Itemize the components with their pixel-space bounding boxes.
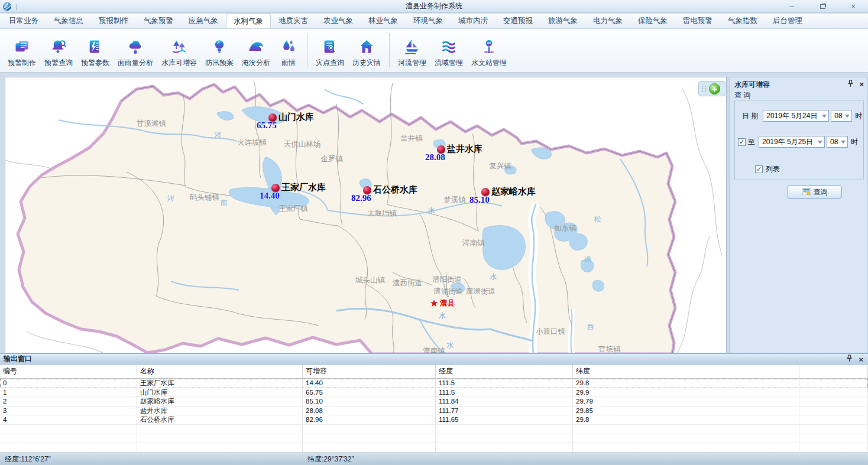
menu-tab-1[interactable]: 气象信息 — [46, 14, 91, 28]
menu-tab-9[interactable]: 环境气象 — [406, 14, 451, 28]
output-close-icon[interactable]: × — [859, 355, 863, 364]
table-row[interactable]: 2赵家峪水库85.10111.8429.79 — [0, 397, 868, 407]
table-cell: 王家厂水库 — [137, 379, 303, 388]
table-cell: 2 — [0, 397, 137, 406]
menu-tab-0[interactable]: 日常业务 — [1, 14, 46, 28]
bell-search-icon — [48, 37, 69, 56]
table-cell: 85.10 — [303, 397, 436, 406]
menu-tab-13[interactable]: 电力气象 — [585, 14, 630, 28]
trees-water-icon — [169, 37, 189, 56]
query-button[interactable]: 查询 — [788, 186, 842, 199]
column-header[interactable]: 名称 — [137, 365, 303, 378]
waves-icon — [439, 37, 459, 56]
table-cell: 111.5 — [436, 379, 573, 388]
toolbar-button-disaster-point-query[interactable]: 灾点查询 — [312, 31, 348, 69]
column-header[interactable]: 可增容 — [303, 365, 436, 378]
reservoir-marker[interactable] — [363, 186, 371, 194]
toolbar-button-warning-create[interactable]: 预警制作 — [4, 31, 40, 69]
table-cell: 29.85 — [573, 407, 799, 415]
table-row[interactable]: 0王家厂水库14.40111.529.8 — [0, 379, 868, 388]
menu-tab-12[interactable]: 旅游气象 — [540, 14, 585, 28]
panel-title: 水库可增容 — [734, 80, 770, 89]
column-header[interactable]: 编号 — [0, 365, 137, 378]
window-restore-button[interactable] — [815, 1, 830, 12]
toolbar-button-warning-params[interactable]: 预警参数 — [77, 31, 114, 69]
menu-tab-3[interactable]: 气象预警 — [136, 14, 181, 28]
toolbar-label: 流域管理 — [435, 58, 463, 68]
reservoir-marker[interactable] — [268, 113, 277, 122]
toolbar-label: 预警参数 — [81, 58, 109, 68]
toolbar-button-warning-query[interactable]: 预警查询 — [40, 31, 77, 69]
menu-tab-17[interactable]: 后台管理 — [765, 14, 810, 28]
titlebar: | 澧县业务制作系统 – × — [0, 0, 868, 13]
menu-tab-14[interactable]: 保险气象 — [630, 14, 675, 28]
menu-tab-2[interactable]: 预报制作 — [91, 14, 136, 28]
menu-tab-4[interactable]: 应急气象 — [181, 14, 226, 28]
wave-icon — [246, 37, 266, 56]
reservoir-marker[interactable] — [271, 184, 280, 192]
panel-close-icon[interactable]: × — [859, 81, 864, 88]
table-empty-row — [0, 434, 868, 444]
status-latitude: 纬度:29°37'32" — [307, 454, 354, 464]
menu-tab-15[interactable]: 雷电预警 — [675, 14, 720, 28]
window-minimize-button[interactable]: – — [784, 1, 799, 12]
table-row[interactable]: 1山门水库65.75111.529.9 — [0, 388, 868, 398]
toolbar-button-flood-plan[interactable]: 防汛预案 — [201, 31, 238, 69]
pin-icon[interactable] — [847, 80, 854, 89]
station-icon — [479, 37, 499, 56]
menu-tab-8[interactable]: 林业气象 — [361, 14, 406, 28]
to-label: 至 — [748, 137, 755, 147]
reservoir-marker[interactable] — [437, 145, 445, 154]
to-date-checkbox[interactable]: ✓ — [738, 138, 746, 146]
chevron-down-icon — [841, 141, 846, 144]
window-close-button[interactable]: × — [846, 1, 861, 12]
toolbar-button-hydrostation-management[interactable]: 水文站管理 — [467, 31, 511, 69]
toolbar-label: 历史灾情 — [352, 58, 381, 68]
table-row[interactable]: 4石公桥水库82.96111.6529.8 — [0, 415, 868, 425]
table-header-row: 编号名称可增容经度纬度 — [0, 365, 868, 379]
toolbar-button-basin-management[interactable]: 流域管理 — [430, 31, 467, 69]
toolbar-label: 预警查询 — [44, 58, 73, 68]
toolbar-button-river-management[interactable]: 河流管理 — [394, 31, 430, 69]
toolbar-label: 淹没分析 — [242, 58, 270, 68]
toolbar-button-rain-condition[interactable]: 雨情 — [274, 31, 303, 69]
toolbar-separator — [389, 33, 390, 67]
list-checkbox[interactable]: ✓ — [755, 165, 763, 173]
doc-bolt-icon — [85, 37, 105, 56]
date-to-select[interactable]: 2019年 5月25日 — [759, 136, 825, 148]
doc-search-icon — [320, 37, 340, 56]
menu-bar: 日常业务气象信息预报制作气象预警应急气象水利气象地质灾害农业气象林业气象环境气象… — [0, 14, 868, 29]
toolbar-button-reservoir-capacity[interactable]: 水库可增容 — [157, 31, 201, 69]
menu-tab-11[interactable]: 交通预报 — [495, 14, 540, 28]
reservoir-marker[interactable] — [481, 188, 490, 196]
table-cell: 29.9 — [573, 388, 799, 397]
hour-suffix-label: 时 — [851, 137, 858, 147]
toolbar-button-area-rainfall-analysis[interactable]: 面雨量分析 — [114, 31, 157, 69]
chevron-down-icon — [845, 115, 850, 118]
table-empty-row — [0, 443, 868, 453]
pin-icon[interactable] — [846, 355, 853, 364]
status-bar: 经度:112°6'27" 纬度:29°37'32" — [0, 453, 868, 465]
toolbar-label: 河流管理 — [398, 58, 426, 68]
zoom-plus-icon: + — [709, 83, 720, 95]
toolbar-button-disaster-history[interactable]: 历史灾情 — [348, 31, 385, 69]
output-window: 输出窗口 × 编号名称可增容经度纬度0王家厂水库14.40111.529.81山… — [0, 353, 868, 453]
table-cell: 29.79 — [573, 397, 799, 406]
toolbar-label: 水文站管理 — [471, 58, 507, 68]
map-area[interactable]: 甘溪滩镇火连坡镇天供山林场金罗镇盐井镇复兴镇码头铺镇王家厂镇大堰垱镇梦溪镇涔南镇… — [5, 77, 727, 353]
toolbar-label: 灾点查询 — [316, 58, 344, 68]
menu-tab-16[interactable]: 气象指数 — [720, 14, 765, 28]
date-from-select[interactable]: 2019年 5月24日 — [763, 110, 829, 122]
menu-tab-10[interactable]: 城市内涝 — [451, 14, 495, 28]
zoom-in-button[interactable]: + — [698, 81, 726, 96]
toolbar-button-inundation-analysis[interactable]: 淹没分析 — [238, 31, 274, 69]
column-header[interactable]: 经度 — [436, 365, 573, 378]
hour-from-select[interactable]: 08 — [831, 110, 852, 122]
column-header[interactable]: 纬度 — [573, 365, 799, 378]
list-label: 列表 — [766, 164, 780, 174]
menu-tab-7[interactable]: 农业气象 — [316, 14, 361, 28]
table-row[interactable]: 3盐井水库28.08111.7729.85 — [0, 407, 868, 416]
menu-tab-5[interactable]: 水利气象 — [226, 14, 271, 28]
hour-to-select[interactable]: 08 — [827, 136, 848, 148]
menu-tab-6[interactable]: 地质灾害 — [271, 14, 316, 28]
